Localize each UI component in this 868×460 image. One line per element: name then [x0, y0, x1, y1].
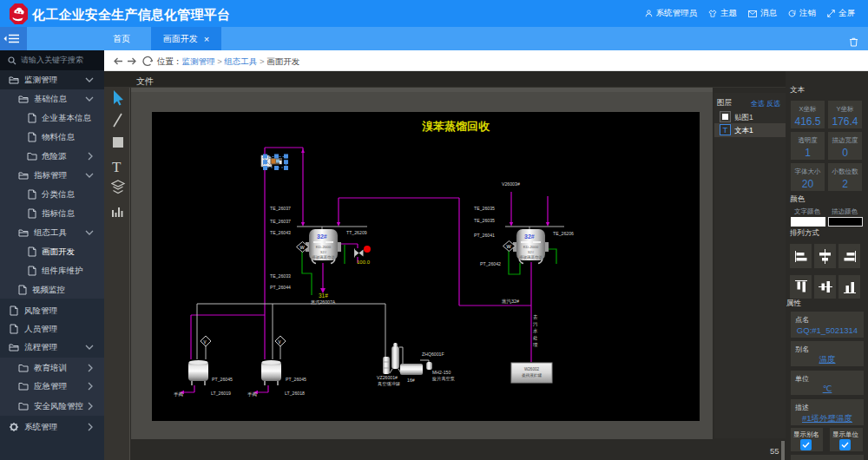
svg-text:TE_26043: TE_26043	[270, 230, 291, 235]
svg-text:32#: 32#	[524, 233, 535, 240]
svg-text:KD-2000: KD-2000	[523, 245, 539, 249]
svg-text:LT_26019: LT_26019	[211, 391, 231, 396]
svg-text:V26003#: V26003#	[502, 181, 520, 187]
svg-text:水: 水	[533, 328, 538, 333]
svg-text:VZ26001#: VZ26001#	[377, 375, 398, 380]
svg-text:PT_26041: PT_26041	[474, 233, 495, 238]
svg-text:PT_26042: PT_26042	[480, 261, 501, 266]
svg-text:TE_26037: TE_26037	[270, 206, 291, 211]
svg-text:W: W	[300, 245, 306, 250]
svg-text:W: W	[507, 244, 512, 249]
svg-text:V: V	[279, 340, 281, 345]
svg-text:PT_26045: PT_26045	[286, 377, 306, 382]
svg-text:溴苯蒸馏回收: 溴苯蒸馏回收	[422, 120, 490, 133]
svg-text:去: 去	[533, 314, 538, 319]
svg-text:TE_26033: TE_26033	[270, 273, 291, 279]
svg-text:16#: 16#	[407, 378, 415, 383]
svg-text:MH2-150: MH2-150	[432, 370, 450, 375]
svg-text:真空缓冲罐: 真空缓冲罐	[378, 381, 400, 386]
svg-text:TE_26035: TE_26035	[474, 218, 495, 223]
svg-text:处: 处	[533, 335, 538, 341]
svg-text:旋片真空泵: 旋片真空泵	[431, 376, 455, 382]
svg-text:100.0: 100.0	[357, 260, 371, 265]
svg-text:釜残液贮罐: 釜残液贮罐	[522, 373, 542, 378]
svg-text:蒸汽26007A: 蒸汽26007A	[311, 299, 336, 306]
svg-text:TT_26209: TT_26209	[346, 230, 367, 235]
svg-text:理: 理	[533, 342, 538, 347]
svg-text:手阀: 手阀	[174, 391, 183, 398]
svg-text:TE_26037: TE_26037	[270, 219, 291, 224]
svg-text:32#: 32#	[317, 233, 327, 240]
svg-text:32#: 32#	[320, 250, 327, 254]
svg-text:W26002: W26002	[524, 367, 540, 371]
svg-text:ZHQ6001F: ZHQ6001F	[422, 352, 444, 357]
svg-text:31#: 31#	[319, 292, 328, 299]
svg-text:蒸汽32#: 蒸汽32#	[502, 299, 520, 305]
svg-text:污: 污	[533, 321, 538, 327]
svg-text:T: T	[112, 159, 122, 175]
svg-text:LT_26018: LT_26018	[285, 391, 305, 396]
svg-text:TE_26206: TE_26206	[553, 231, 574, 236]
svg-text:TE_26035: TE_26035	[474, 206, 495, 211]
svg-text:PT_26045: PT_26045	[212, 377, 233, 382]
svg-text:V: V	[204, 340, 207, 345]
svg-text:手阀: 手阀	[247, 391, 257, 398]
svg-text:KD-2000: KD-2000	[316, 245, 332, 249]
svg-text:PT_26044: PT_26044	[270, 285, 291, 290]
svg-text:搪玻璃蒸馏釜: 搪玻璃蒸馏釜	[518, 255, 542, 260]
svg-text:搪玻璃蒸馏釜: 搪玻璃蒸馏釜	[311, 255, 335, 260]
svg-text:32#: 32#	[528, 250, 535, 254]
